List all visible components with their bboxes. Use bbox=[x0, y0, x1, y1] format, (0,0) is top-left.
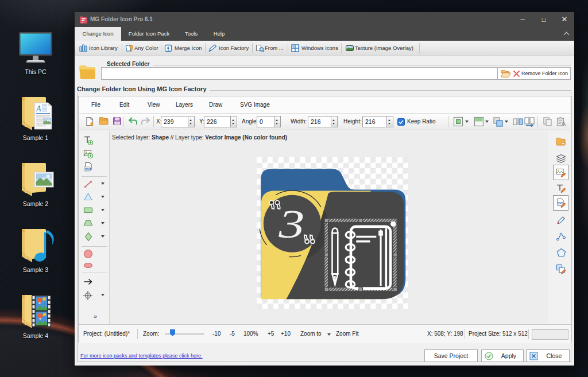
svg-text:SVG: SVG bbox=[85, 168, 92, 171]
svg-text:A: A bbox=[36, 104, 41, 113]
svg-text:3: 3 bbox=[278, 201, 304, 246]
